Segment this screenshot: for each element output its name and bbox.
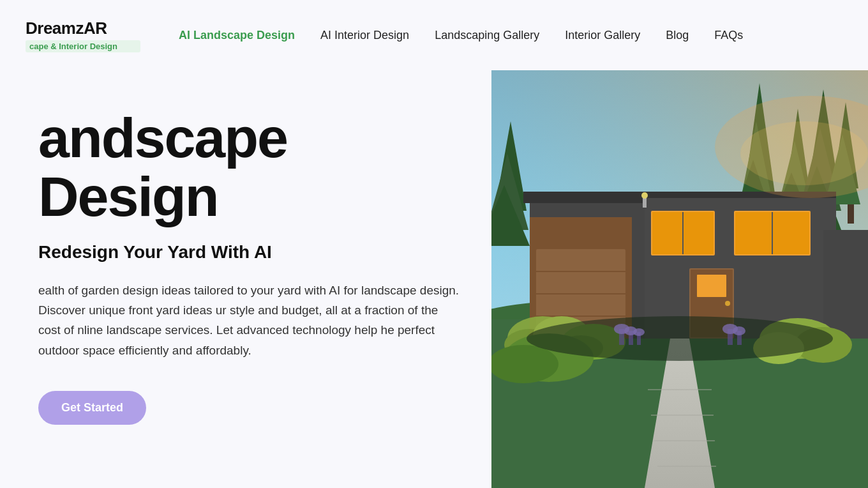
nav-item-interior-gallery[interactable]: Interior Gallery [552,24,653,47]
cta-button[interactable]: Get Started [38,391,146,425]
nav-item-blog[interactable]: Blog [653,24,701,47]
hero-description: ealth of garden design ideas tailored to… [38,280,460,360]
hero-text: andscape Design Redesign Your Yard With … [0,70,472,463]
nav-item-landscape-design[interactable]: AI Landscape Design [166,24,308,47]
nav-item-interior-design[interactable]: AI Interior Design [308,24,422,47]
logo-block: DreamzAR cape & Interior Design [26,19,140,52]
logo-name[interactable]: DreamzAR [26,19,140,38]
header: DreamzAR cape & Interior Design AI Lands… [0,0,868,70]
main-content: andscape Design Redesign Your Yard With … [0,70,868,488]
hero-image [491,70,868,488]
svg-point-57 [527,316,833,361]
svg-point-67 [733,326,745,335]
nav-item-landscaping-gallery[interactable]: Landscaping Gallery [422,24,552,47]
svg-point-40 [725,301,730,306]
svg-point-71 [740,121,868,185]
svg-rect-39 [697,275,726,297]
hero-title: andscape Design [38,109,472,227]
svg-rect-16 [848,204,854,224]
svg-rect-68 [643,198,647,208]
svg-point-69 [641,192,648,199]
hero-subtitle: Redesign Your Yard With AI [38,242,472,263]
logo-tagline: cape & Interior Design [26,40,140,52]
svg-point-63 [633,328,645,336]
main-nav: AI Landscape Design AI Interior Design L… [166,24,842,47]
nav-item-faqs[interactable]: FAQs [701,24,756,47]
svg-point-48 [491,345,558,383]
svg-rect-41 [823,230,868,339]
